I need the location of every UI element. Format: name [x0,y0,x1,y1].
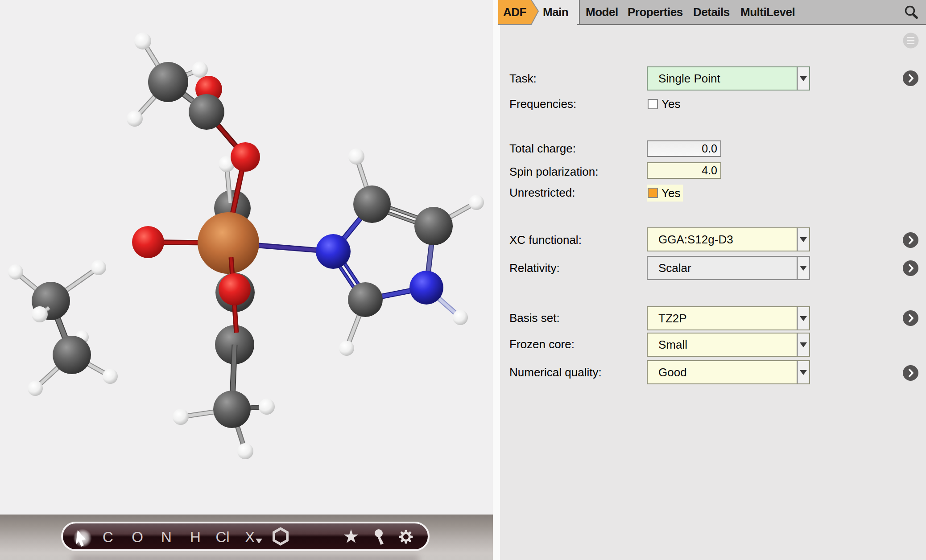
svg-text:X: X [245,529,255,545]
svg-text:C: C [103,529,113,545]
svg-text:N: N [161,529,172,545]
svg-text:O: O [132,529,143,545]
svg-text:H: H [190,529,201,545]
svg-text:Cl: Cl [215,529,229,545]
